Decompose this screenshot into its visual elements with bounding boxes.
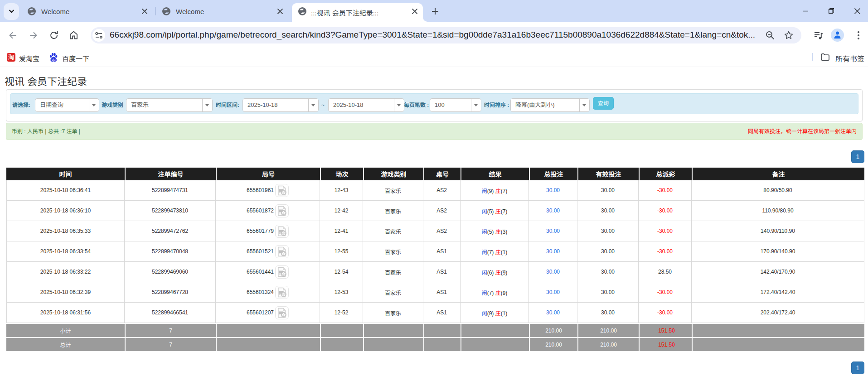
svg-text:du: du <box>52 58 55 62</box>
